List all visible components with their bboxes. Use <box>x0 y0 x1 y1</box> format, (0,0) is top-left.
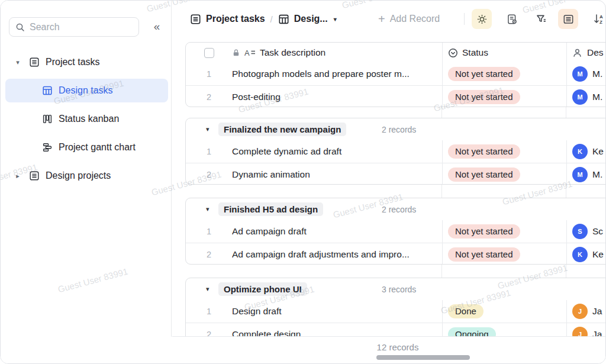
status-cell[interactable]: Done <box>442 300 566 323</box>
avatar: K <box>572 247 588 262</box>
horizontal-scrollbar[interactable] <box>376 355 470 360</box>
grid-view-icon <box>278 14 289 25</box>
task-cell[interactable]: Complete dynamic ad draft <box>232 140 442 163</box>
sidebar-item-status-kanban[interactable]: Status kanban <box>5 107 168 131</box>
designer-cell[interactable]: KKe <box>566 140 606 163</box>
row-number: 1 <box>186 300 232 323</box>
designer-cell[interactable]: JJa <box>566 300 606 323</box>
table-row[interactable]: 1Complete dynamic ad draftNot yet starte… <box>186 140 606 163</box>
table-row[interactable]: 1Photograph models and prepare poster m.… <box>186 63 606 85</box>
group-collapse-icon[interactable]: ▾ <box>206 205 213 213</box>
designer-name: Ke <box>592 146 604 157</box>
task-cell[interactable]: Ad campaign draft adjustments and impro.… <box>232 243 442 265</box>
group-name[interactable]: Finished H5 ad design <box>218 202 323 216</box>
designer-cell[interactable]: SSc <box>566 220 606 243</box>
breadcrumb-base[interactable]: Project tasks <box>190 14 265 25</box>
table-row[interactable]: 1Design draftDoneJJa <box>186 300 606 323</box>
chevron-right-icon[interactable]: ▸ <box>14 172 22 180</box>
row-number: 2 <box>186 86 232 107</box>
task-cell[interactable]: Post-editing <box>232 86 442 107</box>
sidebar-item-project-tasks[interactable]: ▾ Project tasks <box>5 50 168 74</box>
avatar: M <box>572 167 588 182</box>
table-row[interactable]: 2Post-editingNot yet startedMM. <box>186 85 606 107</box>
designer-cell[interactable]: KKe <box>566 243 606 265</box>
status-badge[interactable]: Done <box>448 304 483 318</box>
status-cell[interactable]: Not yet started <box>442 220 566 243</box>
row-height-button[interactable] <box>558 9 578 29</box>
breadcrumb: Project tasks / Desig... ▾ <box>190 1 337 37</box>
sidebar-item-label: Design tasks <box>59 85 113 96</box>
designer-name: M. <box>592 92 602 102</box>
table-row[interactable]: 2Ad campaign draft adjustments and impro… <box>186 243 606 265</box>
breadcrumb-table-switcher[interactable]: Desig... ▾ <box>278 14 337 25</box>
sort-button[interactable]: AZ <box>590 9 606 29</box>
status-cell[interactable]: Not yet started <box>442 140 566 163</box>
sidebar-nav: ▾ Project tasks Design tasks Status kanb… <box>1 50 172 192</box>
table-row[interactable]: 1Ad campaign draftNot yet startedSSc <box>186 220 606 243</box>
record-group-card: ▾ Finalized the new campaign 2 records 1… <box>185 118 606 185</box>
group-collapse-icon[interactable]: ▾ <box>206 125 213 133</box>
group-rows: 1Ad campaign draftNot yet startedSSc2Ad … <box>186 220 606 265</box>
task-cell[interactable]: Ad campaign draft <box>232 220 442 243</box>
sidebar-collapse-button[interactable]: « <box>147 17 166 36</box>
status-cell[interactable]: Not yet started <box>442 86 566 107</box>
chevron-down-icon: ▾ <box>334 16 337 22</box>
sidebar-item-label: Design projects <box>46 170 111 181</box>
group-name[interactable]: Optimize phone UI <box>218 282 307 296</box>
designer-name: Ja <box>592 306 602 317</box>
row-height-icon <box>563 14 574 25</box>
status-cell[interactable]: Not yet started <box>442 63 566 85</box>
search-icon <box>15 22 25 32</box>
column-header-designer[interactable]: Des <box>566 43 606 63</box>
form-settings-button[interactable] <box>502 9 522 29</box>
status-badge[interactable]: Not yet started <box>448 167 520 182</box>
svg-text:A: A <box>599 14 603 20</box>
status-badge[interactable]: Not yet started <box>448 90 520 104</box>
status-badge[interactable]: Not yet started <box>448 247 520 262</box>
status-badge[interactable]: Not yet started <box>448 67 520 81</box>
group-header: ▾ Finalized the new campaign 2 records <box>186 118 606 140</box>
status-cell[interactable]: Not yet started <box>442 163 566 185</box>
toolbar-divider <box>464 13 465 25</box>
status-cell[interactable]: Not yet started <box>442 243 566 265</box>
base-icon <box>29 170 40 181</box>
base-icon <box>190 14 201 25</box>
sidebar-item-project-gantt-chart[interactable]: Project gantt chart <box>5 136 168 159</box>
filter-icon <box>536 14 547 25</box>
column-header-status[interactable]: Status <box>442 43 566 63</box>
search-input[interactable] <box>30 22 133 33</box>
avatar: K <box>572 144 588 159</box>
grid-settings-button[interactable] <box>472 9 492 29</box>
status-badge[interactable]: Not yet started <box>448 224 520 239</box>
search-box[interactable] <box>9 17 139 37</box>
designer-cell[interactable]: MM. <box>566 63 606 85</box>
column-header-label: Des <box>587 47 604 58</box>
sort-az-icon: AZ <box>594 13 606 25</box>
avatar: S <box>572 224 588 239</box>
designer-name: Ke <box>592 249 604 260</box>
group-record-count: 2 records <box>382 118 416 140</box>
select-all-checkbox[interactable] <box>204 48 214 58</box>
column-header-label: Status <box>462 47 488 58</box>
table-row[interactable]: 2Dynamic animationNot yet startedMM. <box>186 163 606 185</box>
status-badge[interactable]: Not yet started <box>448 144 520 159</box>
breadcrumb-separator: / <box>270 14 273 24</box>
designer-cell[interactable]: MM. <box>566 86 606 107</box>
table-header-row: A Task description Status Des <box>186 43 606 63</box>
avatar: M <box>572 66 588 82</box>
row-number: 2 <box>186 243 232 265</box>
column-header-task[interactable]: A Task description <box>232 43 442 63</box>
designer-name: M. <box>592 169 602 180</box>
designer-cell[interactable]: MM. <box>566 163 606 185</box>
sidebar-item-design-projects[interactable]: ▸ Design projects <box>5 164 168 188</box>
group-header: ▾ Optimize phone UI 3 records <box>186 278 606 300</box>
add-record-button[interactable]: + Add Record <box>378 1 440 37</box>
group-name[interactable]: Finalized the new campaign <box>218 123 346 136</box>
chevron-down-icon[interactable]: ▾ <box>14 59 22 66</box>
task-cell[interactable]: Design draft <box>232 300 442 323</box>
filter-button[interactable] <box>531 9 551 29</box>
group-collapse-icon[interactable]: ▾ <box>206 285 213 293</box>
task-cell[interactable]: Dynamic animation <box>232 163 442 185</box>
sidebar-item-design-tasks[interactable]: Design tasks <box>5 79 168 102</box>
task-cell[interactable]: Photograph models and prepare poster m..… <box>232 63 442 85</box>
